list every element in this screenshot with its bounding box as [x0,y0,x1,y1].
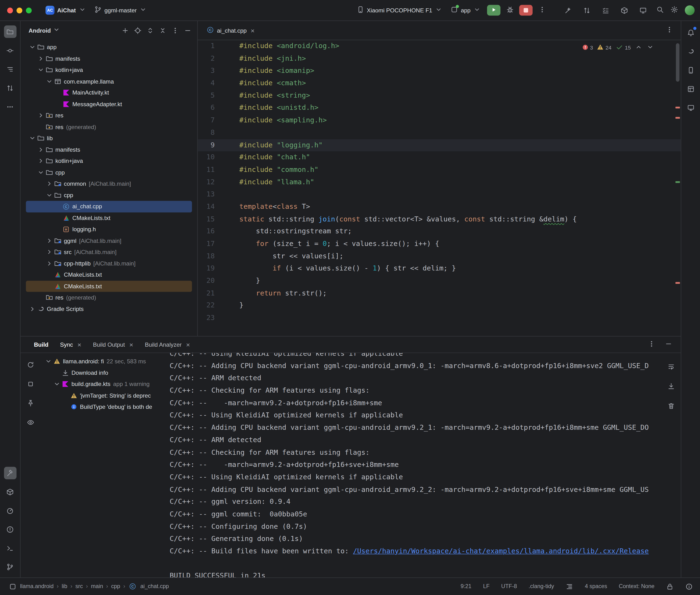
tool-stripe-terminal-button[interactable] [4,542,16,554]
line-ending[interactable]: LF [483,583,489,590]
device-selector[interactable]: Xiaomi POCOPHONE F1 [354,4,446,17]
code-line[interactable]: 19 if (i < values.size() - 1) { str << d… [198,263,681,275]
project-tree-item-res[interactable]: res [26,110,192,121]
code-editor[interactable]: 1#include <android/log.h>2#include <jni.… [198,40,681,336]
breadcrumb-item[interactable]: src [76,583,83,590]
project-tree-item-cpp[interactable]: cpp [26,190,192,201]
code-line[interactable]: 13 [198,188,681,201]
project-tree-item-messageadapter-kt[interactable]: MessageAdapter.kt [26,98,192,110]
build-tree-item-download-info[interactable]: Download info [42,367,168,378]
branch-selector[interactable]: ggml-master [91,4,150,17]
breadcrumb-item[interactable]: lib [62,583,67,590]
code-review-button[interactable] [581,4,593,17]
tool-stripe-layout-inspector-button[interactable] [684,83,697,95]
code-line[interactable]: 16 std::ostringstream str; [198,225,681,238]
tool-stripe-project-button[interactable] [4,26,16,38]
close-tab-icon[interactable]: × [129,341,133,348]
tool-stripe-dependencies-button[interactable] [4,485,16,498]
project-tree-item-res[interactable]: res(generated) [26,121,192,133]
tool-stripe-version-control-button[interactable] [4,561,16,573]
project-tree-item-cmakelists-txt[interactable]: CMakeLists.txt [26,212,192,224]
editor-options-button[interactable] [663,24,675,36]
tool-stripe-commit-button[interactable] [4,44,16,57]
context-widget[interactable]: Context: None [619,583,654,590]
tool-stripe-pin-button[interactable] [24,397,36,409]
project-tree-item-cmakelists-txt[interactable]: CMakeLists.txt [26,281,192,292]
todo-button[interactable] [599,4,611,17]
project-tree-item-ai-chat-cpp[interactable]: Cai_chat.cpp [26,201,192,212]
ai-actions-button[interactable] [562,4,574,17]
code-line[interactable]: 5#include <string> [198,89,681,102]
tool-stripe-build-button[interactable] [4,467,16,479]
indent-settings-icon[interactable] [566,583,573,590]
code-line[interactable]: 15static std::string join(const std::vec… [198,213,681,225]
build-console[interactable]: C/C++: -- Using KleidiAI optimized kerne… [170,353,661,577]
close-tab-icon[interactable]: × [77,341,81,348]
project-tree-item-cpp-httplib[interactable]: cpp-httplib[AiChat.lib.main] [26,258,192,269]
collapse-all-button[interactable] [157,25,168,36]
search-everywhere-button[interactable] [653,4,666,17]
build-tab-sync[interactable]: Sync× [60,341,81,348]
project-tree-item-cmakelists-txt[interactable]: CMakeLists.txt [26,269,192,281]
code-line[interactable]: 23 [198,312,681,324]
expand-all-button[interactable] [145,25,155,36]
code-line[interactable]: 22} [198,300,681,312]
project-tree-item-src[interactable]: src[AiChat.lib.main] [26,247,192,258]
code-line[interactable]: 14template<class T> [198,201,681,213]
code-line[interactable]: 9#include "logging.h" [198,139,681,151]
close-tab-icon[interactable]: × [251,27,254,34]
console-link[interactable]: /Users/hanyin/Workspace/ai-chat/examples… [353,547,649,555]
tool-stripe-pull-requests-button[interactable] [4,82,16,94]
debug-button[interactable] [504,4,516,17]
project-tree-item-mainactivity-kt[interactable]: MainActivity.kt [26,87,192,98]
build-tree-item-jvmtarget-string-is-deprec[interactable]: 'jvmTarget: String' is deprec [42,390,168,401]
tool-stripe-running-devices-button[interactable] [684,101,697,114]
code-line[interactable]: 10#include "chat.h" [198,151,681,164]
code-line[interactable]: 6#include <unistd.h> [198,102,681,114]
close-tab-icon[interactable]: × [186,341,190,348]
project-tree-item-ggml[interactable]: ggml[AiChat.lib.main] [26,235,192,247]
tool-stripe-soft-wrap-button[interactable] [665,360,677,373]
more-options-button[interactable] [170,25,180,36]
stop-button[interactable] [519,5,533,16]
code-line[interactable]: 12#include "llama.h" [198,176,681,189]
previous-issue-icon[interactable] [635,43,642,52]
project-tree-item-common[interactable]: common[AiChat.lib.main] [26,178,192,190]
breadcrumb-item[interactable]: main [91,583,103,590]
build-tree-item-buildtype-debug-is-both-de[interactable]: BuildType 'debug' is both de [42,401,168,413]
code-line[interactable]: 2#include <jni.h> [198,53,681,65]
plugins-button[interactable] [618,4,630,17]
project-tree-item-cpp[interactable]: cpp [26,167,192,178]
project-tree-item-manifests[interactable]: manifests [26,53,192,64]
editor-tab-ai-chat-cpp[interactable]: C ai_chat.cpp × [203,21,258,40]
project-tree-item-kotlin-java[interactable]: kotlin+java [26,64,192,76]
tool-stripe-stop-button[interactable] [24,378,36,390]
project-tree-item-manifests[interactable]: manifests [26,144,192,155]
project-tree-item-app[interactable]: app [26,41,192,53]
error-stripe-mark[interactable] [675,107,680,108]
tool-stripe-clear-all-button[interactable] [665,399,677,412]
close-window-button[interactable] [7,7,13,13]
build-tree-item-llama-android-fi[interactable]: llama.android: fi22 sec, 583 ms [42,356,168,367]
add-button[interactable] [119,25,130,36]
inspections-widget[interactable]: 3 24 15 [579,42,657,53]
project-tree-item-kotlin-java[interactable]: kotlin+java [26,155,192,167]
project-tree-item-gradle-scripts[interactable]: Gradle Scripts [26,303,192,315]
hide-panel-button[interactable] [182,25,193,36]
tool-stripe-problems-button[interactable] [4,523,16,536]
more-run-options-button[interactable] [536,4,548,17]
lock-icon[interactable] [666,583,674,590]
editor-scrollbar[interactable] [676,43,679,82]
project-tree-item-logging-h[interactable]: Hlogging.h [26,224,192,235]
build-options-button[interactable] [645,338,657,351]
build-tab-build-analyzer[interactable]: Build Analyzer× [145,341,190,348]
maximize-window-button[interactable] [26,7,32,13]
settings-button[interactable] [668,4,680,17]
tool-stripe-structure-button[interactable] [4,63,16,75]
project-selector[interactable]: AC AiChat [43,4,89,17]
breadcrumb-item[interactable]: llama.android [20,583,54,590]
tool-stripe-device-manager-button[interactable] [684,64,697,76]
tool-stripe-scroll-to-end-button[interactable] [665,380,677,392]
code-line[interactable]: 17 for (size_t i = 0; i < values.size();… [198,238,681,250]
code-line[interactable]: 18 str << values[i]; [198,250,681,263]
